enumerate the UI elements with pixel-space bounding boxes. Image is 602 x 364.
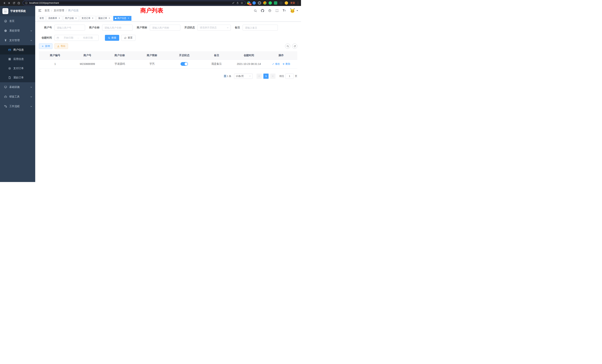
download-icon (57, 45, 60, 47)
remark-input[interactable] (243, 25, 278, 31)
chevron-down-icon (30, 106, 32, 107)
refresh-table-button[interactable] (292, 43, 297, 49)
extension-green-square-icon[interactable] (274, 1, 277, 5)
cell-merchant-no: M233666999 (71, 60, 103, 68)
add-button[interactable]: 新增 (39, 43, 53, 49)
extension-gray-icon[interactable] (258, 1, 261, 5)
merchant-no-input[interactable] (54, 25, 85, 31)
sidebar-item-dev-tools[interactable]: 研发工具 (0, 92, 35, 102)
merchant-short-name-input[interactable] (150, 25, 180, 31)
close-icon[interactable]: × (58, 17, 61, 20)
status-toggle[interactable] (181, 62, 188, 66)
sidebar-item-infrastructure[interactable]: 基础设施 (0, 82, 35, 92)
reload-icon (13, 2, 15, 4)
tab-merchant-info[interactable]: 商户信息 × (113, 16, 131, 21)
end-date-input[interactable]: 结束日期 (79, 36, 97, 40)
document-icon (8, 76, 11, 79)
extension-blue-icon[interactable] (252, 1, 256, 5)
sidebar-item-payment-orders[interactable]: 支付订单 (0, 64, 35, 73)
bookmark-star-icon[interactable] (241, 2, 243, 4)
extension-green-circle-icon[interactable] (269, 1, 272, 5)
breadcrumb-home[interactable]: 首页 (44, 9, 50, 12)
close-icon[interactable]: × (108, 17, 111, 20)
address-bar[interactable]: localhost:1024/pay/merchant (23, 1, 246, 5)
close-icon[interactable]: × (91, 17, 94, 20)
col-short-name: 商户简称 (136, 51, 168, 60)
extension-dark-icon[interactable] (279, 1, 283, 5)
search-icon[interactable] (254, 9, 257, 12)
sidebar-item-merchant-info[interactable]: 商户信息 (0, 45, 35, 54)
tab-payment-orders[interactable]: 支付订单 × (80, 16, 96, 21)
browser-update-button[interactable]: 更新 (290, 1, 295, 5)
create-time-range-picker[interactable]: 开始日期 - 结束日期 (54, 35, 99, 41)
chevron-down-icon (30, 30, 32, 32)
delete-link[interactable]: 删除 (282, 62, 290, 66)
breadcrumb-separator: / (66, 9, 66, 12)
user-menu[interactable] (290, 8, 298, 13)
browser-chrome: localhost:1024/pay/merchant 10 更新 ⋮ (0, 0, 301, 6)
next-page-button[interactable] (270, 74, 275, 79)
sidebar-item-label: 工作流程 (9, 105, 28, 108)
sidebar-item-workflow[interactable]: 工作流程 (0, 102, 35, 111)
sidebar-item-payment[interactable]: ¥ 支付管理 (0, 36, 35, 45)
tab-refund-orders[interactable]: 退款订单 × (97, 16, 112, 21)
close-icon[interactable]: × (127, 17, 130, 20)
tab-home[interactable]: 首页 (38, 16, 46, 21)
tags-view-bar: 首页 流程表单 × 用户分组 × 支付订单 × 退款订单 × 商户信息 × (35, 15, 301, 21)
hamburger-icon[interactable] (38, 9, 42, 12)
sidebar-item-label: 支付订单 (13, 67, 35, 70)
breadcrumb: 首页 / 支付管理 / 商户信息 (44, 9, 79, 12)
sidebar-item-app-info[interactable]: 应用信息 (0, 54, 35, 64)
chevron-down-icon (30, 96, 32, 98)
sidebar-item-label: 应用信息 (13, 57, 35, 61)
extension-colorful-icon[interactable]: 10 (247, 1, 250, 5)
share-icon[interactable] (236, 2, 239, 4)
monitor-icon (4, 86, 7, 89)
sidebar-item-system[interactable]: 系统管理 (0, 26, 35, 36)
sidebar-item-label: 首页 (9, 20, 32, 23)
sidebar-item-refund-orders[interactable]: 退款订单 (0, 73, 35, 82)
help-icon[interactable] (268, 9, 271, 12)
status-label: 开启状态 (184, 26, 195, 29)
app-logo[interactable]: 芋道管理系统 (0, 6, 35, 16)
edit-link[interactable]: 修改 (272, 62, 280, 66)
cell-remark: 我是备注 (200, 60, 233, 68)
yen-icon: ¥ (4, 39, 7, 42)
reset-button[interactable]: 重置 (121, 35, 136, 41)
browser-back-button[interactable] (2, 0, 7, 5)
page-size-select[interactable]: 10条/页 (234, 74, 253, 79)
breadcrumb-payment[interactable]: 支付管理 (54, 9, 64, 12)
start-date-input[interactable]: 开始日期 (60, 36, 77, 40)
goto-page-input[interactable] (285, 74, 294, 79)
github-icon[interactable] (261, 9, 264, 12)
toggle-search-button[interactable] (285, 43, 290, 49)
tab-user-group[interactable]: 用户分组 × (63, 16, 79, 21)
tab-label: 商户信息 (117, 17, 126, 20)
sidebar-item-label: 系统管理 (9, 29, 28, 32)
arrow-right-icon (8, 2, 11, 4)
fullscreen-icon[interactable] (275, 9, 279, 12)
table-row: 1 M233666999 芋道源码 芋艿 我是备注 2021-10-23 08:… (39, 60, 297, 68)
extension-avatar-icon[interactable] (263, 1, 267, 5)
browser-home-button[interactable] (16, 0, 21, 5)
status-select[interactable]: 请选择开启状态 (197, 25, 231, 31)
merchant-full-name-input[interactable] (102, 25, 133, 31)
close-icon[interactable]: × (75, 17, 77, 20)
browser-forward-button[interactable] (7, 0, 11, 5)
sidebar-item-label: 研发工具 (9, 95, 28, 98)
search-button[interactable]: 搜索 (105, 35, 119, 41)
prev-page-button[interactable] (257, 74, 262, 79)
sidebar-item-label: 退款订单 (13, 76, 35, 79)
export-button[interactable]: 导出 (54, 43, 68, 49)
chevron-right-icon (272, 75, 274, 77)
breadcrumb-current: 商户信息 (68, 9, 79, 12)
extension-yellow-avatar-icon[interactable] (285, 1, 288, 5)
tab-process-form[interactable]: 流程表单 × (46, 16, 62, 21)
browser-menu-icon[interactable]: ⋮ (297, 1, 299, 5)
font-size-icon[interactable]: TT (283, 9, 286, 12)
page-number-1[interactable]: 1 (263, 74, 269, 79)
merchant-table: 商户编号 商户号 商户全称 商户简称 开启状态 备注 创建时间 操作 1 M23… (35, 49, 301, 69)
sidebar-item-home[interactable]: 首页 (0, 16, 35, 26)
browser-reload-button[interactable] (11, 0, 16, 5)
key-icon[interactable] (232, 2, 235, 4)
